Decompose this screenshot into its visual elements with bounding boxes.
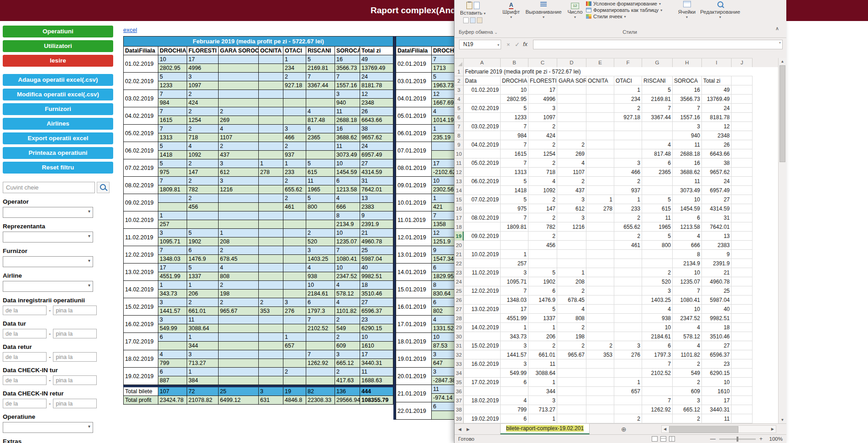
- grid-cell[interactable]: 2391.9: [702, 259, 732, 268]
- row-header-21[interactable]: 21: [455, 250, 464, 259]
- grid-cell[interactable]: 4960.78: [702, 277, 732, 286]
- sidebar-button-airlines[interactable]: Airlines: [3, 118, 113, 130]
- grid-cell[interactable]: 1476.9: [528, 295, 557, 305]
- grid-cell[interactable]: 6: [501, 378, 528, 387]
- row-header-34[interactable]: 34: [455, 369, 464, 378]
- grid-cell[interactable]: 718: [528, 168, 557, 177]
- grid-cell[interactable]: 24: [702, 104, 732, 113]
- grid-cell[interactable]: [586, 177, 614, 186]
- grid-cell[interactable]: [557, 131, 586, 140]
- grid-cell[interactable]: Data: [464, 76, 501, 85]
- grid-cell[interactable]: 965.67: [557, 350, 586, 359]
- grid-cell[interactable]: 817.48: [642, 149, 673, 158]
- row-header-2[interactable]: 2: [455, 76, 464, 85]
- grid-cell[interactable]: 17: [702, 396, 732, 405]
- grid-cell[interactable]: [464, 241, 501, 250]
- zoom-out-button[interactable]: —: [710, 436, 716, 442]
- sheet-nav-left-icon[interactable]: ◀: [458, 427, 461, 432]
- grid-cell[interactable]: 269: [557, 149, 586, 158]
- grid-cell[interactable]: 4: [528, 177, 557, 186]
- grid-cell[interactable]: [614, 277, 642, 286]
- grid-cell[interactable]: 6: [501, 414, 528, 423]
- grid-cell[interactable]: [557, 250, 586, 259]
- grid-cell[interactable]: 257: [501, 259, 528, 268]
- sidebar-button-modifica-operatii-excel-csv[interactable]: Modifica operatii excel(.csv): [3, 89, 113, 100]
- sidebar-button-adauga-operatii-excel-csv[interactable]: Adauga operatii excel(.csv): [3, 74, 113, 86]
- grid-cell[interactable]: 8181.78: [702, 113, 732, 122]
- formula-input[interactable]: ▾: [533, 40, 783, 49]
- grid-cell[interactable]: [586, 314, 614, 323]
- grid-cell[interactable]: 2134.9: [673, 259, 702, 268]
- grid-cell[interactable]: 2348: [702, 131, 732, 140]
- grid-cell[interactable]: 975: [501, 204, 528, 213]
- filter-select-furnizor[interactable]: ▾: [3, 256, 93, 267]
- row-header-18[interactable]: 18: [455, 222, 464, 232]
- grid-cell[interactable]: [557, 122, 586, 131]
- grid-cell[interactable]: [732, 250, 753, 259]
- grid-cell[interactable]: 4: [642, 140, 673, 149]
- zoom-in-button[interactable]: +: [759, 436, 763, 442]
- column-header-G[interactable]: G: [642, 58, 673, 67]
- grid-cell[interactable]: 12: [702, 122, 732, 131]
- date-to-input[interactable]: [53, 375, 97, 385]
- grid-cell[interactable]: [557, 387, 586, 396]
- grid-cell[interactable]: 17: [501, 305, 528, 314]
- grid-cell[interactable]: 344: [528, 387, 557, 396]
- grid-cell[interactable]: [732, 405, 753, 414]
- grid-cell[interactable]: [732, 277, 753, 286]
- grid-cell[interactable]: [586, 122, 614, 131]
- row-header-1[interactable]: 1: [455, 67, 464, 76]
- grid-cell[interactable]: 466: [614, 168, 642, 177]
- row-header-10[interactable]: 10: [455, 149, 464, 158]
- grid-cell[interactable]: [464, 314, 501, 323]
- grid-cell[interactable]: [586, 387, 614, 396]
- grid-cell[interactable]: [586, 277, 614, 286]
- grid-cell[interactable]: [586, 131, 614, 140]
- grid-cell[interactable]: [614, 122, 642, 131]
- grid-cell[interactable]: 3: [528, 396, 557, 405]
- sidebar-button-printeaza-operatiuni[interactable]: Printeaza operatiuni: [3, 147, 113, 159]
- cancel-icon[interactable]: ×: [507, 40, 510, 49]
- row-header-13[interactable]: 13: [455, 177, 464, 186]
- grid-cell[interactable]: 7: [673, 104, 702, 113]
- grid-cell[interactable]: 782: [528, 222, 557, 232]
- grid-cell[interactable]: [586, 158, 614, 168]
- grid-cell[interactable]: [732, 414, 753, 423]
- grid-cell[interactable]: 3440.31: [702, 405, 732, 414]
- row-header-35[interactable]: 35: [455, 378, 464, 387]
- grid-cell[interactable]: 655.62: [614, 222, 642, 232]
- grid-cell[interactable]: [557, 241, 586, 250]
- grid-cell[interactable]: 353: [586, 350, 614, 359]
- grid-cell[interactable]: 23: [702, 359, 732, 369]
- grid-cell[interactable]: 06.02.2019: [464, 177, 501, 186]
- grid-cell[interactable]: 27: [702, 341, 732, 350]
- search-input[interactable]: [3, 182, 95, 193]
- grid-cell[interactable]: 5: [642, 195, 673, 204]
- conditional-formatting-button[interactable]: Условное форматирование ▾: [586, 0, 674, 7]
- grid-cell[interactable]: [732, 369, 753, 378]
- grid-cell[interactable]: [732, 204, 753, 213]
- grid-cell[interactable]: 2: [528, 195, 557, 204]
- grid-cell[interactable]: 05.02.2019: [464, 158, 501, 168]
- grid-cell[interactable]: [614, 268, 642, 277]
- grid-cell[interactable]: [464, 95, 501, 104]
- grid-cell[interactable]: 1337: [528, 314, 557, 323]
- grid-cell[interactable]: 16: [673, 85, 702, 95]
- grid-cell[interactable]: SOROCA: [673, 76, 702, 85]
- grid-cell[interactable]: 5: [528, 305, 557, 314]
- grid-cell[interactable]: 2: [557, 323, 586, 332]
- column-header-C[interactable]: C: [528, 58, 557, 67]
- page-layout-view-icon[interactable]: [660, 436, 666, 442]
- row-header-37[interactable]: 37: [455, 396, 464, 405]
- paste-button[interactable]: Вставить ▾: [458, 1, 487, 24]
- grid-cell[interactable]: 6: [673, 213, 702, 222]
- date-from-input[interactable]: [3, 329, 47, 338]
- grid-cell[interactable]: [732, 286, 753, 295]
- grid-cell[interactable]: 6643.66: [702, 149, 732, 158]
- grid-cell[interactable]: 1809.81: [501, 222, 528, 232]
- grid-cell[interactable]: 3: [501, 359, 528, 369]
- format-as-table-button[interactable]: Форматировать как таблицу ▾: [586, 7, 674, 13]
- grid-cell[interactable]: FLORESTI: [528, 76, 557, 85]
- grid-cell[interactable]: [464, 405, 501, 414]
- grid-cell[interactable]: [464, 113, 501, 122]
